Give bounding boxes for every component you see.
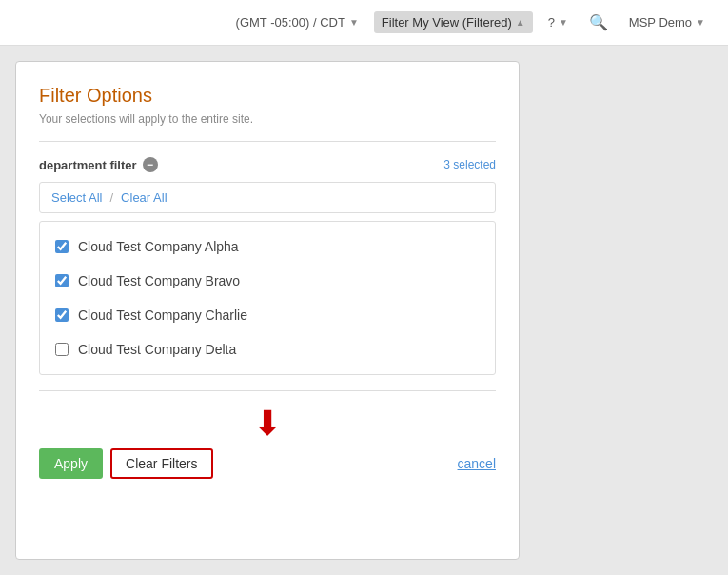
dept-filter-header: department filter − 3 selected (39, 157, 496, 172)
company-name-label: Cloud Test Company Charlie (78, 307, 247, 323)
timezone-selector[interactable]: (GMT -05:00) / CDT ▼ (228, 11, 366, 33)
top-nav: (GMT -05:00) / CDT ▼ Filter My View (Fil… (0, 0, 728, 46)
account-label: MSP Demo (629, 15, 692, 30)
list-item[interactable]: Cloud Test Company Charlie (40, 298, 495, 332)
filter-panel: Filter Options Your selections will appl… (15, 61, 520, 560)
main-content: Filter Options Your selections will appl… (0, 46, 728, 575)
help-button[interactable]: ? ▼ (541, 11, 576, 33)
help-caret: ▼ (559, 17, 568, 28)
clear-filters-button[interactable]: Clear Filters (110, 448, 212, 479)
buttons-row: Apply Clear Filters cancel (39, 448, 496, 479)
dept-filter-text: department filter (39, 158, 137, 172)
filter-label: Filter My View (Filtered) (382, 15, 512, 30)
company-checkbox-2[interactable] (55, 308, 69, 322)
company-name-label: Cloud Test Company Bravo (78, 273, 240, 288)
filter-my-view-button[interactable]: Filter My View (Filtered) ▲ (374, 11, 533, 33)
help-icon: ? (548, 15, 555, 30)
company-checkbox-list: Cloud Test Company AlphaCloud Test Compa… (39, 221, 496, 375)
timezone-label: (GMT -05:00) / CDT (236, 15, 345, 30)
company-checkbox-0[interactable] (55, 240, 69, 253)
apply-button[interactable]: Apply (39, 448, 103, 479)
down-arrow-icon: ⬇ (253, 406, 282, 441)
arrow-annotation: ⬇ (39, 406, 496, 441)
timezone-caret: ▼ (349, 17, 359, 28)
company-name-label: Cloud Test Company Alpha (78, 239, 239, 254)
search-icon: 🔍 (589, 13, 608, 31)
checkbox-list-inner: Cloud Test Company AlphaCloud Test Compa… (40, 222, 495, 374)
company-name-label: Cloud Test Company Delta (78, 342, 236, 357)
search-button[interactable]: 🔍 (583, 8, 614, 38)
select-all-link[interactable]: Select All (51, 190, 102, 205)
company-checkbox-3[interactable] (55, 343, 69, 356)
filter-panel-subtitle: Your selections will apply to the entire… (39, 112, 496, 126)
company-checkbox-1[interactable] (55, 274, 69, 288)
clear-all-link[interactable]: Clear All (121, 190, 167, 205)
selected-count: 3 selected (443, 158, 496, 171)
collapse-icon[interactable]: − (143, 157, 158, 172)
dept-filter-label: department filter − (39, 157, 158, 172)
list-item[interactable]: Cloud Test Company Alpha (40, 229, 495, 264)
separator: / (109, 190, 113, 205)
account-menu[interactable]: MSP Demo ▼ (621, 11, 713, 33)
list-item[interactable]: Cloud Test Company Delta (40, 332, 495, 367)
account-caret: ▼ (696, 17, 705, 28)
bottom-divider (39, 390, 496, 391)
top-divider (39, 141, 496, 142)
right-panel (535, 46, 728, 575)
filter-panel-title: Filter Options (39, 85, 496, 107)
filter-caret: ▲ (516, 17, 525, 28)
cancel-button[interactable]: cancel (458, 456, 496, 471)
select-clear-bar: Select All / Clear All (39, 182, 496, 213)
list-item[interactable]: Cloud Test Company Bravo (40, 264, 495, 298)
